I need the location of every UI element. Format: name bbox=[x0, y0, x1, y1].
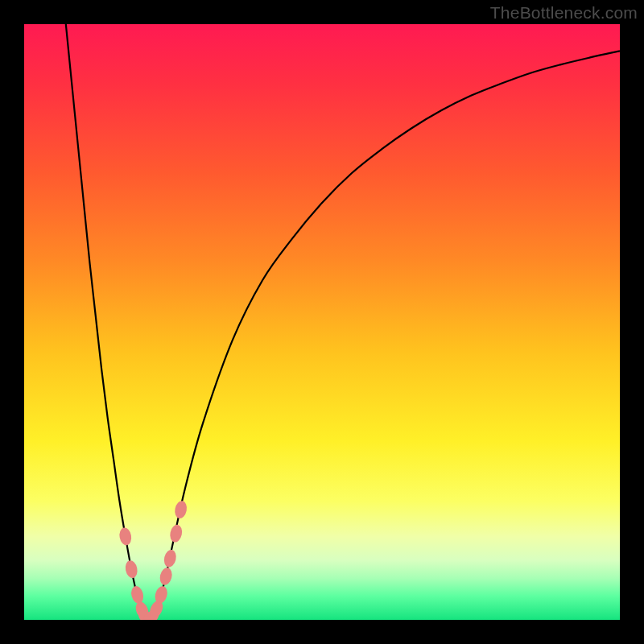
marker-point bbox=[163, 548, 178, 568]
chart-frame: TheBottleneck.com bbox=[0, 0, 644, 644]
bottleneck-curve bbox=[66, 24, 620, 620]
marker-point bbox=[168, 523, 184, 543]
marker-point bbox=[159, 567, 174, 587]
marker-point bbox=[124, 559, 138, 579]
marker-point bbox=[130, 584, 145, 605]
marker-point bbox=[173, 500, 188, 519]
plot-area bbox=[24, 24, 620, 620]
watermark-text: TheBottleneck.com bbox=[490, 3, 638, 23]
marker-point bbox=[118, 526, 133, 546]
curve-layer bbox=[24, 24, 620, 620]
